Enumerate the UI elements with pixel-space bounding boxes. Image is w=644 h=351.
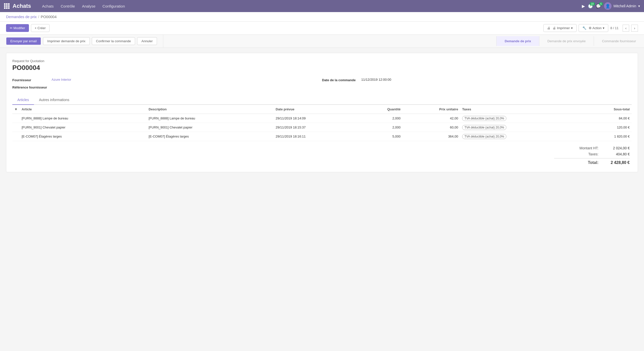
article-1[interactable]: [FURN_8888] Lampe de bureau [20,114,147,123]
menu-controle[interactable]: Contrôle [58,3,78,10]
action-button[interactable]: 🔧 ⚙ Action ▾ [579,24,608,32]
taxes-2: TVA déductible (achat) 20,0% [460,123,581,132]
creer-button[interactable]: + Créer [31,24,50,32]
montant-ht-row: Montant HT: 2 024,00 € [554,145,630,151]
row-handle [12,114,20,123]
menu-achats[interactable]: Achats [39,3,57,10]
tax-badge-1: TVA déductible (achat) 20,0% [462,116,506,121]
wrench-icon: 🔧 [582,26,586,30]
total-label: Total: [568,160,598,165]
form-right: Date de la commande 11/12/2019 12:00:00 [322,78,632,89]
date-1: 29/11/2019 18:14:09 [274,114,359,123]
col-prix: Prix unitaire [403,105,460,114]
date-label: Date de la commande [322,78,357,82]
quantite-2: 2,000 [359,123,403,132]
action-label: ⚙ Action [589,26,601,30]
user-menu[interactable]: 👤 Mitchell Admin ▾ [604,2,640,10]
menu-analyse[interactable]: Analyse [79,3,98,10]
step-demande-envoyee[interactable]: Demande de prix envoyée [539,36,594,46]
user-menu-chevron: ▾ [638,4,640,8]
main-content: Request for Quotation PO00004 Fournisseu… [0,48,644,177]
total-value: 2 428,80 € [605,160,630,165]
tax-badge-3: TVA déductible (achat) 20,0% [462,134,506,139]
messages-badge: 6 [599,2,603,6]
menu-configuration[interactable]: Configuration [99,3,128,10]
imprimer-button[interactable]: 🖨 🖨 Imprimer ▾ [543,24,577,32]
col-sous-total: Sous-total [581,105,632,114]
next-button[interactable]: › [631,25,638,32]
main-menu: Achats Contrôle Analyse Configuration [39,3,582,10]
user-name: Mitchell Admin [614,4,636,8]
taxes-label: Taxes: [568,152,598,156]
status-actions: Envoyer par email Imprimer demande de pr… [0,35,163,48]
breadcrumb-parent[interactable]: Demandes de prix [6,15,37,19]
breadcrumb-current: PO00004 [41,15,57,19]
navbar: Achats Achats Contrôle Analyse Configura… [0,0,644,12]
description-1: [FURN_8888] Lampe de bureau [147,114,274,123]
tab-autres-informations[interactable]: Autres informations [34,95,74,105]
date-2: 29/11/2019 18:15:37 [274,123,359,132]
sous-total-1: 84,00 € [581,114,632,123]
step-commande-fournisseur[interactable]: Commande fournisseur [594,36,644,46]
pagination-info: 8 / 11 [610,26,619,30]
play-button[interactable]: ▶ [582,4,585,9]
sous-total-2: 120,00 € [581,123,632,132]
prix-1: 42,00 [403,114,460,123]
table-row: [FURN_8888] Lampe de bureau [FURN_8888] … [12,114,632,123]
envoyer-email-button[interactable]: Envoyer par email [6,37,41,45]
document-card: Request for Quotation PO00004 Fournisseu… [6,53,638,172]
action-chevron: ▾ [603,26,605,30]
items-table: ▼ Article Description Date prévue Quanti… [12,105,632,141]
date-value: 11/12/2019 12:00:00 [361,78,391,81]
breadcrumb-separator: / [38,15,39,19]
taxes-3: TVA déductible (achat) 20,0% [460,132,581,141]
imprimer-label: 🖨 Imprimer [553,26,570,30]
reference-row: Référence fournisseur [12,85,322,89]
date-3: 29/11/2019 18:16:11 [274,132,359,141]
quantite-3: 5,000 [359,132,403,141]
form-left: Fournisseur Azure Interior Référence fou… [12,78,322,89]
article-2[interactable]: [FURN_9001] Chevalet papier [20,123,147,132]
col-date: Date prévue [274,105,359,114]
tab-articles[interactable]: Articles [12,95,34,105]
user-avatar: 👤 [604,2,612,10]
annuler-button[interactable]: Annuler [137,37,157,45]
totals-table: Montant HT: 2 024,00 € Taxes: 404,80 € T… [554,145,630,166]
messages-icon[interactable]: 💬 6 [596,4,601,9]
montant-ht-value: 2 024,00 € [605,146,630,150]
confirmer-commande-button[interactable]: Confirmer la commande [92,37,135,45]
fournisseur-value[interactable]: Azure Interior [52,78,71,81]
description-3: [E-COM07] Étagères larges [147,132,274,141]
form-grid: Fournisseur Azure Interior Référence fou… [12,78,632,89]
print-icon: 🖨 [547,26,550,30]
prev-button[interactable]: ‹ [623,25,629,32]
apps-icon[interactable] [4,3,10,9]
totals-section: Montant HT: 2 024,00 € Taxes: 404,80 € T… [12,141,632,166]
notifications-badge: 18 [590,2,595,6]
status-steps: Demande de prix Demande de prix envoyée … [496,36,644,46]
modifier-button[interactable]: ✏ Modifier [6,24,29,32]
navbar-right: ▶ 🕐 18 💬 6 👤 Mitchell Admin ▾ [582,2,640,10]
total-row: Total: 2 428,80 € [554,158,630,166]
quantite-1: 2,000 [359,114,403,123]
tabs: Articles Autres informations [12,95,632,105]
tax-badge-2: TVA déductible (achat) 20,0% [462,125,506,130]
table-row: [E-COM07] Étagères larges [E-COM07] Étag… [12,132,632,141]
sous-total-3: 1 820,00 € [581,132,632,141]
article-3[interactable]: [E-COM07] Étagères larges [20,132,147,141]
taxes-value: 404,80 € [605,152,630,156]
col-quantite: Quantité [359,105,403,114]
imprimer-chevron: ▾ [571,26,573,30]
fournisseur-label: Fournisseur [12,78,48,82]
clock-icon[interactable]: 🕐 18 [588,4,593,9]
prix-2: 60,00 [403,123,460,132]
taxes-1: TVA déductible (achat) 20,0% [460,114,581,123]
col-taxes: Taxes [460,105,581,114]
action-bar: ✏ Modifier + Créer 🖨 🖨 Imprimer ▾ 🔧 ⚙ Ac… [0,22,644,35]
col-article: Article [20,105,147,114]
status-bar: Envoyer par email Imprimer demande de pr… [0,35,644,48]
imprimer-demande-button[interactable]: Imprimer demande de prix [43,37,90,45]
doc-title: PO00004 [12,64,632,72]
step-demande-prix[interactable]: Demande de prix [496,36,539,46]
fournisseur-row: Fournisseur Azure Interior [12,78,322,82]
